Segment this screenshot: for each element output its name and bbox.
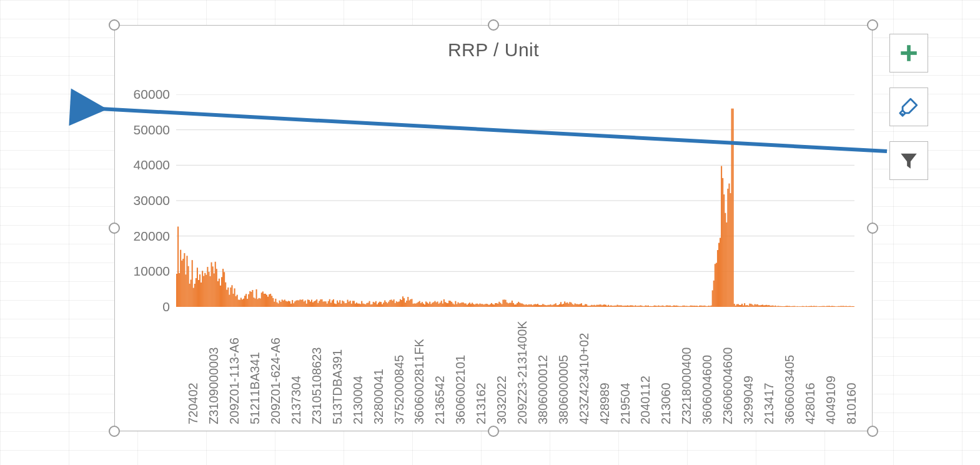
svg-rect-184 — [403, 298, 405, 307]
svg-rect-7 — [176, 274, 177, 307]
resize-handle-se[interactable] — [867, 426, 878, 437]
y-tick-label: 0 — [162, 299, 170, 314]
svg-rect-122 — [324, 301, 325, 307]
svg-rect-132 — [337, 301, 338, 307]
x-tick-label: 3032022 — [495, 376, 509, 424]
svg-rect-102 — [298, 301, 299, 307]
svg-rect-64 — [249, 291, 250, 307]
svg-rect-175 — [392, 301, 393, 307]
resize-handle-ne[interactable] — [867, 19, 878, 31]
svg-rect-94 — [288, 301, 289, 307]
plot-area[interactable] — [176, 94, 854, 307]
svg-rect-230 — [463, 302, 464, 307]
x-axis-labels: 720402Z3109000003209Z01-113-A651211BA341… — [176, 307, 854, 431]
svg-rect-136 — [342, 301, 343, 307]
x-tick-label: 3299049 — [741, 376, 756, 424]
svg-rect-13 — [184, 253, 185, 307]
svg-rect-189 — [410, 299, 411, 307]
svg-rect-66 — [252, 290, 253, 307]
svg-rect-60 — [244, 296, 245, 307]
svg-rect-195 — [418, 302, 419, 307]
x-tick-label: 2040112 — [638, 376, 653, 424]
svg-rect-118 — [319, 301, 320, 307]
svg-rect-140 — [347, 300, 349, 307]
x-tick-label: 428989 — [598, 382, 612, 424]
svg-rect-145 — [354, 301, 355, 307]
svg-rect-107 — [305, 301, 306, 307]
chart-title[interactable]: RRP / Unit — [115, 39, 872, 61]
x-tick-label: 3606002101 — [453, 355, 468, 424]
svg-rect-62 — [247, 299, 248, 307]
svg-rect-162 — [375, 301, 377, 307]
svg-rect-226 — [457, 302, 458, 307]
svg-rect-88 — [280, 302, 282, 307]
svg-rect-161 — [374, 302, 375, 307]
svg-rect-9 — [179, 273, 180, 307]
svg-rect-268 — [512, 301, 513, 307]
x-tick-label: 209Z23-2131400K — [515, 321, 530, 424]
x-tick-label: 3606002811FK — [412, 339, 427, 424]
svg-rect-79 — [269, 294, 270, 307]
y-tick-label: 40000 — [134, 158, 170, 172]
svg-rect-106 — [304, 301, 305, 307]
svg-rect-431 — [721, 166, 722, 307]
svg-rect-120 — [321, 299, 322, 307]
svg-rect-63 — [248, 294, 249, 307]
svg-rect-105 — [302, 299, 304, 307]
svg-rect-172 — [388, 302, 389, 307]
resize-handle-n[interactable] — [488, 19, 499, 31]
svg-rect-435 — [726, 222, 727, 307]
chart-object[interactable]: RRP / Unit 01000020000300004000050000600… — [114, 25, 873, 431]
svg-rect-424 — [712, 291, 713, 307]
resize-handle-sw[interactable] — [109, 426, 120, 437]
x-tick-label: 720402 — [186, 382, 200, 424]
svg-rect-125 — [328, 301, 329, 307]
svg-rect-183 — [402, 296, 403, 307]
svg-rect-37 — [215, 262, 216, 307]
svg-rect-190 — [411, 299, 412, 307]
svg-rect-273 — [518, 302, 519, 307]
resize-handle-s[interactable] — [488, 426, 499, 437]
svg-rect-311 — [567, 302, 568, 307]
resize-handle-nw[interactable] — [109, 19, 120, 31]
svg-rect-32 — [208, 272, 209, 307]
chart-filters-button[interactable] — [889, 141, 928, 180]
x-tick-label: 2137304 — [289, 376, 304, 424]
svg-rect-36 — [214, 273, 215, 307]
svg-rect-261 — [502, 300, 503, 307]
svg-rect-128 — [332, 300, 333, 307]
svg-rect-170 — [385, 302, 387, 307]
svg-rect-40 — [219, 279, 220, 307]
svg-rect-165 — [379, 302, 380, 307]
svg-rect-43 — [222, 269, 224, 307]
svg-rect-221 — [451, 302, 452, 307]
chart-styles-button[interactable] — [889, 88, 928, 126]
y-tick-label: 50000 — [134, 122, 170, 138]
x-tick-label: 209Z01-624-A6 — [269, 338, 283, 424]
svg-rect-65 — [250, 292, 252, 307]
svg-rect-313 — [569, 302, 570, 307]
resize-handle-e[interactable] — [867, 222, 878, 234]
svg-rect-22 — [196, 278, 197, 307]
resize-handle-w[interactable] — [109, 222, 120, 234]
svg-rect-141 — [349, 302, 350, 307]
x-tick-label: 513TDBA391 — [330, 349, 345, 424]
svg-rect-112 — [311, 299, 312, 307]
svg-rect-274 — [519, 302, 520, 307]
svg-rect-44 — [224, 272, 225, 307]
svg-rect-75 — [264, 294, 265, 307]
svg-rect-207 — [433, 302, 434, 307]
svg-rect-185 — [405, 302, 406, 307]
y-axis-labels: 0100002000030000400005000060000 — [115, 94, 174, 307]
chart-elements-button[interactable] — [889, 34, 928, 72]
svg-rect-180 — [398, 301, 400, 307]
svg-rect-309 — [564, 301, 565, 307]
svg-rect-80 — [270, 294, 271, 307]
x-tick-label: 423Z423410+02 — [577, 333, 591, 424]
svg-rect-12 — [182, 259, 184, 307]
svg-rect-89 — [282, 299, 283, 307]
svg-rect-168 — [383, 302, 384, 307]
svg-rect-133 — [338, 302, 339, 307]
svg-rect-21 — [194, 284, 196, 307]
svg-rect-425 — [713, 281, 715, 307]
